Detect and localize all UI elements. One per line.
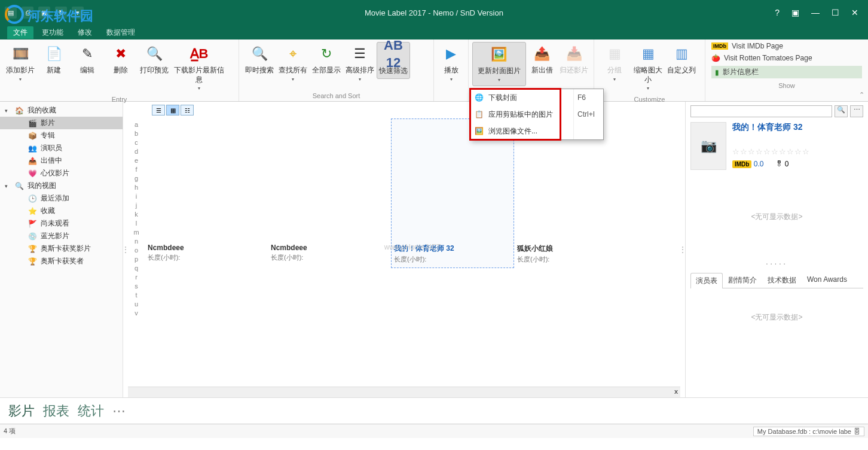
tree-oscar-winners[interactable]: 🏆奥斯卡获奖者 bbox=[0, 255, 123, 267]
update-cover-button[interactable]: 🖼️更新封面图片▾ bbox=[472, 42, 526, 86]
alpha-t[interactable]: t bbox=[135, 291, 137, 299]
help-icon[interactable]: ? bbox=[775, 8, 780, 17]
alpha-r[interactable]: r bbox=[135, 273, 137, 281]
qat-icon[interactable]: ▤ bbox=[5, 7, 17, 19]
dropdown-apply-clipboard[interactable]: 📋 应用剪贴板中的图片 Ctrl+I bbox=[470, 106, 603, 123]
splitter-handle[interactable]: ⋮ bbox=[680, 102, 685, 397]
tree-oscar-movies[interactable]: 🏆奥斯卡获奖影片 bbox=[0, 242, 123, 255]
show-all-button[interactable]: ↻全部显示 bbox=[310, 42, 343, 78]
alpha-g[interactable]: g bbox=[135, 175, 138, 182]
alpha-v[interactable]: v bbox=[135, 309, 138, 317]
menu-data-management[interactable]: 数据管理 bbox=[100, 26, 141, 39]
info-search-input[interactable] bbox=[690, 105, 832, 117]
custom-columns-button[interactable]: ▥自定义列 bbox=[665, 42, 698, 78]
alpha-b[interactable]: b bbox=[135, 130, 138, 137]
alpha-i[interactable]: i bbox=[136, 193, 137, 200]
info-search-more[interactable]: ⋯ bbox=[850, 105, 863, 117]
dropdown-browse-image[interactable]: 🖼️ 浏览图像文件... bbox=[470, 123, 603, 139]
tree-albums[interactable]: 📦专辑 bbox=[0, 129, 123, 142]
visit-rt-link[interactable]: 🍅Visit Rotten Tomatoes Page bbox=[711, 54, 862, 62]
edit-button[interactable]: ✎编辑 bbox=[71, 42, 104, 78]
alpha-o[interactable]: o bbox=[135, 247, 138, 254]
alpha-l[interactable]: l bbox=[136, 220, 137, 227]
menu-functions[interactable]: 更功能 bbox=[36, 26, 69, 39]
quick-filter-button[interactable]: AB12快速筛选 bbox=[377, 42, 410, 79]
poster-placeholder: 📷 bbox=[690, 122, 726, 170]
card-title: Ncmbdeee bbox=[271, 244, 388, 252]
alpha-p[interactable]: p bbox=[135, 256, 138, 263]
alpha-s[interactable]: s bbox=[135, 282, 138, 290]
new-loan-button[interactable]: 📤新出借 bbox=[526, 42, 558, 78]
alpha-u[interactable]: u bbox=[135, 300, 138, 308]
movie-card[interactable]: 我的！体育老师 32长度(小时): bbox=[391, 118, 514, 268]
tree-recent[interactable]: 🕒最近添加 bbox=[0, 192, 123, 205]
close-icon[interactable]: ✕ bbox=[851, 8, 858, 17]
delete-button[interactable]: ✖删除 bbox=[104, 42, 137, 78]
bottom-tab-movies[interactable]: 影片 bbox=[8, 402, 35, 420]
dropdown-download-cover[interactable]: 🌐 下载封面 F6 bbox=[470, 89, 603, 106]
movie-card[interactable]: Ncmbdeee长度(小时): bbox=[268, 118, 391, 268]
qat-dropdown[interactable]: ▾ bbox=[72, 7, 84, 19]
tree-unwatched[interactable]: 🚩尚未观看 bbox=[0, 217, 123, 230]
alpha-j[interactable]: j bbox=[136, 202, 137, 209]
find-all-button[interactable]: ⌖查找所有▾ bbox=[276, 42, 310, 85]
bottom-tab-stats[interactable]: 统计 bbox=[78, 402, 104, 420]
alpha-d[interactable]: d bbox=[135, 148, 138, 155]
tab-tech[interactable]: 技术数据 bbox=[762, 272, 802, 288]
instant-search-button[interactable]: 🔍即时搜索 bbox=[243, 42, 276, 78]
horizontal-scrollbar[interactable]: x bbox=[128, 387, 680, 397]
alpha-q[interactable]: q bbox=[135, 264, 138, 272]
close-panel-icon[interactable]: x bbox=[674, 388, 678, 395]
alpha-m[interactable]: m bbox=[133, 229, 139, 236]
new-button[interactable]: 📄新建 bbox=[37, 42, 71, 78]
qat-icon[interactable]: ↻ bbox=[55, 7, 67, 19]
tree-my-views[interactable]: ▾🔍我的视图 bbox=[0, 180, 123, 192]
rating-stars[interactable]: ☆☆☆☆☆☆☆☆☆☆ bbox=[732, 147, 863, 156]
alpha-f[interactable]: f bbox=[135, 166, 137, 173]
group-button[interactable]: ▦分组▾ bbox=[598, 42, 631, 85]
tree-wishlist[interactable]: 💗心仪影片 bbox=[0, 167, 123, 180]
play-button[interactable]: ▶播放▾ bbox=[438, 42, 464, 85]
movie-card[interactable]: 狐妖小红娘长度(小时): bbox=[514, 118, 637, 268]
bottom-tab-reports[interactable]: 报表 bbox=[43, 402, 69, 420]
alpha-index[interactable]: abcdefghijklmnopqrstuv bbox=[128, 118, 145, 387]
tab-awards[interactable]: Won Awards bbox=[802, 272, 852, 288]
view-list-button[interactable]: ☰ bbox=[152, 105, 165, 115]
alpha-h[interactable]: h bbox=[135, 184, 138, 191]
tree-movies[interactable]: 🎬影片 bbox=[0, 117, 123, 129]
tab-cast[interactable]: 演员表 bbox=[690, 273, 723, 288]
view-grid-button[interactable]: ▦ bbox=[166, 105, 179, 115]
alpha-e[interactable]: e bbox=[135, 157, 138, 164]
add-movie-button[interactable]: 🎞️添加影片▾ bbox=[4, 42, 37, 85]
ribbon-expand-icon[interactable]: ⌃ bbox=[859, 91, 864, 99]
advanced-sort-button[interactable]: ☰高级排序▾ bbox=[343, 42, 377, 85]
bottom-tab-more[interactable]: ⋯ bbox=[112, 403, 126, 419]
tree-my-collection[interactable]: ▾🏠我的收藏 bbox=[0, 104, 123, 117]
download-movie-info-button[interactable]: A̲B下载影片最新信息▾ bbox=[171, 42, 227, 95]
info-search-button[interactable]: 🔍 bbox=[835, 105, 848, 117]
tab-plot[interactable]: 剧情简介 bbox=[723, 272, 762, 288]
movie-card[interactable]: Ncmbdeee长度(小时): bbox=[145, 118, 268, 268]
maximize-icon[interactable]: ☐ bbox=[832, 8, 839, 17]
alpha-k[interactable]: k bbox=[135, 211, 138, 218]
tree-favorites[interactable]: ⭐收藏 bbox=[0, 205, 123, 217]
alpha-c[interactable]: c bbox=[135, 139, 138, 146]
qat-icon[interactable]: ▣ bbox=[38, 7, 50, 19]
alpha-a[interactable]: a bbox=[135, 121, 138, 128]
return-movie-button[interactable]: 📥归还影片 bbox=[558, 42, 590, 78]
view-detail-button[interactable]: ☷ bbox=[181, 105, 194, 115]
tree-bluray[interactable]: 💿蓝光影片 bbox=[0, 230, 123, 242]
thumb-size-button[interactable]: ▦缩略图大小▾ bbox=[631, 42, 665, 95]
restore-icon[interactable]: ▣ bbox=[791, 8, 799, 17]
movie-info-bar-toggle[interactable]: ▮影片信息栏 bbox=[711, 66, 862, 78]
minimize-icon[interactable]: — bbox=[811, 8, 820, 17]
print-preview-button[interactable]: 🔍打印预览 bbox=[137, 42, 171, 78]
qat-icon[interactable]: ⎙ bbox=[22, 7, 33, 19]
splitter-handle[interactable]: ⋮ bbox=[123, 102, 128, 397]
menu-modify[interactable]: 修改 bbox=[72, 26, 98, 39]
menu-file[interactable]: 文件 bbox=[7, 26, 33, 39]
alpha-n[interactable]: n bbox=[135, 238, 138, 245]
tree-cast[interactable]: 👥演职员 bbox=[0, 142, 123, 154]
visit-imdb-link[interactable]: IMDbVisit IMDb Page bbox=[711, 42, 862, 50]
tree-on-loan[interactable]: 📤出借中 bbox=[0, 154, 123, 167]
